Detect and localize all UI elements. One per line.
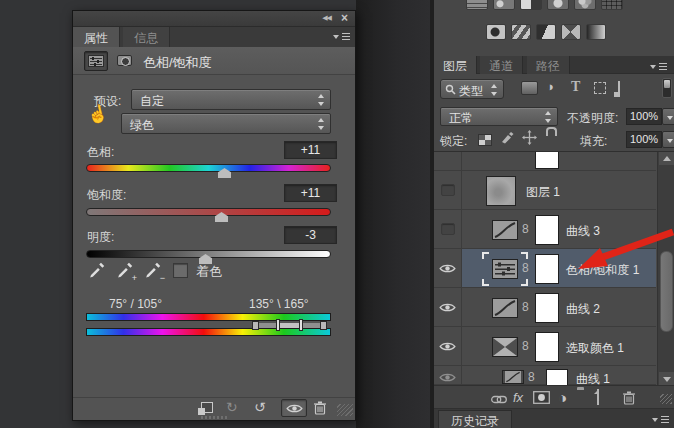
mask-link-icon[interactable]: 8	[522, 300, 529, 314]
visibility-eye-icon[interactable]	[439, 263, 456, 274]
range-bar-right[interactable]	[299, 319, 303, 331]
layer-thumbnail[interactable]	[486, 176, 516, 206]
opacity-value-field[interactable]: 100%	[626, 108, 662, 125]
mask-link-icon[interactable]: 8	[522, 261, 529, 275]
channel-mixer-adjustment-icon[interactable]	[574, 0, 596, 10]
tab-channels[interactable]: 通道	[480, 56, 523, 74]
clip-to-layer-button[interactable]	[201, 402, 213, 416]
layer-mask-thumbnail[interactable]	[535, 152, 559, 169]
layer-visibility-well[interactable]	[434, 171, 462, 209]
properties-titlebar[interactable]: ◀◀ ×	[73, 11, 355, 27]
opacity-dropdown-arrow[interactable]	[662, 108, 674, 125]
huesat-adjustment-icon[interactable]	[466, 0, 488, 10]
layer-name[interactable]: 图层 1	[526, 184, 560, 201]
layer-row-partial-bottom[interactable]: 8 曲线 1	[434, 366, 656, 385]
new-layer-button[interactable]	[597, 390, 599, 404]
range-handle-left[interactable]	[252, 321, 259, 330]
huesat-layer-icon[interactable]	[492, 259, 518, 279]
posterize-adjustment-icon[interactable]	[511, 24, 531, 40]
filter-smart-objects-icon[interactable]	[618, 81, 620, 97]
delete-layer-button[interactable]	[622, 390, 636, 408]
layer-visibility-well[interactable]	[434, 152, 462, 170]
hue-value-field[interactable]: +11	[284, 141, 337, 159]
close-icon[interactable]: ×	[341, 11, 348, 25]
layer-style-button[interactable]: fx	[513, 390, 523, 405]
preset-dropdown[interactable]: 自定	[131, 89, 331, 110]
range-handle-right[interactable]	[320, 321, 327, 330]
scroll-down-icon[interactable]	[659, 372, 674, 385]
scroll-up-icon[interactable]	[659, 152, 674, 165]
add-layer-mask-button[interactable]	[533, 391, 550, 407]
panel-resize-grip[interactable]	[337, 404, 353, 416]
color-balance-adjustment-icon[interactable]	[493, 0, 515, 10]
reset-adjustment-icon[interactable]: ↺	[254, 399, 266, 415]
visibility-eye-icon[interactable]	[439, 341, 456, 352]
mask-link-icon[interactable]: 8	[522, 339, 529, 353]
tab-properties[interactable]: 属性	[73, 27, 120, 47]
blend-mode-dropdown[interactable]: 正常	[440, 107, 558, 126]
panel-menu-icon[interactable]	[333, 31, 349, 42]
layer-row[interactable]: 8 选取颜色 1	[434, 327, 656, 366]
channel-dropdown[interactable]: 绿色	[121, 113, 331, 134]
collapse-to-icons-icon[interactable]: ◀◀	[322, 14, 331, 22]
visibility-eye-icon[interactable]	[439, 372, 456, 383]
lightness-value-field[interactable]: -3	[284, 226, 337, 244]
visibility-eye-icon[interactable]	[439, 302, 456, 313]
new-adjustment-layer-button[interactable]: ◑	[558, 389, 567, 406]
black-white-adjustment-icon[interactable]	[520, 0, 542, 10]
layer-mask-thumbnail[interactable]	[535, 254, 559, 284]
filter-switch-icon[interactable]	[662, 78, 672, 98]
selective-color-layer-icon[interactable]	[492, 337, 518, 357]
lock-position-icon[interactable]	[522, 130, 537, 148]
curves-layer-icon[interactable]	[492, 220, 518, 240]
saturation-slider[interactable]	[86, 208, 331, 216]
curves-layer-icon[interactable]	[492, 298, 518, 318]
toggle-visibility-button[interactable]	[281, 399, 307, 417]
layers-menu-icon[interactable]	[650, 61, 666, 72]
colorize-checkbox[interactable]	[173, 263, 188, 278]
tab-layers[interactable]: 图层	[434, 56, 477, 74]
mask-link-icon[interactable]: 8	[522, 222, 529, 236]
gradient-map-adjustment-icon[interactable]	[561, 24, 581, 40]
scrollbar-thumb[interactable]	[660, 251, 673, 332]
layer-row-selected[interactable]: 8 色相/饱和度 1	[434, 249, 656, 288]
layer-mask-thumbnail[interactable]	[546, 369, 568, 385]
link-layers-button[interactable]	[491, 393, 507, 407]
eyedropper-button[interactable]	[85, 257, 110, 283]
tab-history[interactable]: 历史记录	[438, 410, 512, 428]
layer-visibility-well[interactable]	[434, 210, 462, 248]
tab-info[interactable]: 信息	[123, 27, 170, 47]
layer-row[interactable]: 8 曲线 3	[434, 210, 656, 249]
filter-shape-layers-icon[interactable]	[594, 82, 606, 94]
layer-row[interactable]: 8 曲线 2	[434, 288, 656, 327]
history-menu-icon[interactable]	[652, 414, 668, 425]
panel-drag-dots[interactable]	[201, 416, 229, 419]
add-eyedropper-button[interactable]: +	[113, 257, 138, 283]
layer-name[interactable]: 曲线 1	[576, 371, 610, 385]
hue-slider[interactable]	[86, 164, 331, 172]
layer-mask-thumbnail[interactable]	[535, 215, 559, 245]
invert-adjustment-icon[interactable]	[486, 24, 506, 40]
lock-paint-icon[interactable]	[500, 130, 514, 147]
threshold-adjustment-icon[interactable]	[536, 24, 556, 40]
saturation-slider-thumb[interactable]	[215, 212, 228, 222]
lock-transparency-icon[interactable]	[478, 134, 492, 146]
filter-type-layers-icon[interactable]: T	[571, 79, 580, 95]
layer-name[interactable]: 曲线 3	[566, 223, 600, 240]
photo-filter-adjustment-icon[interactable]	[547, 0, 569, 10]
layer-name[interactable]: 曲线 2	[566, 301, 600, 318]
layers-scrollbar[interactable]	[657, 152, 674, 385]
filter-adjustment-layers-icon[interactable]: ◑	[546, 79, 554, 94]
tab-paths[interactable]: 路径	[527, 56, 570, 74]
saturation-value-field[interactable]: +11	[284, 184, 337, 202]
clip-to-layer-header-icon[interactable]	[113, 51, 137, 71]
layer-name[interactable]: 色相/饱和度 1	[566, 262, 639, 279]
layer-name[interactable]: 选取颜色 1	[566, 340, 624, 357]
layer-mask-thumbnail[interactable]	[535, 293, 559, 323]
layer-row[interactable]: 图层 1	[434, 171, 656, 210]
filter-pixel-layers-icon[interactable]	[521, 81, 538, 95]
fill-value-field[interactable]: 100%	[626, 131, 662, 148]
mask-link-icon[interactable]: 8	[528, 370, 535, 384]
subtract-eyedropper-button[interactable]: −	[141, 257, 166, 283]
view-previous-state-icon[interactable]: ↻	[226, 399, 238, 415]
